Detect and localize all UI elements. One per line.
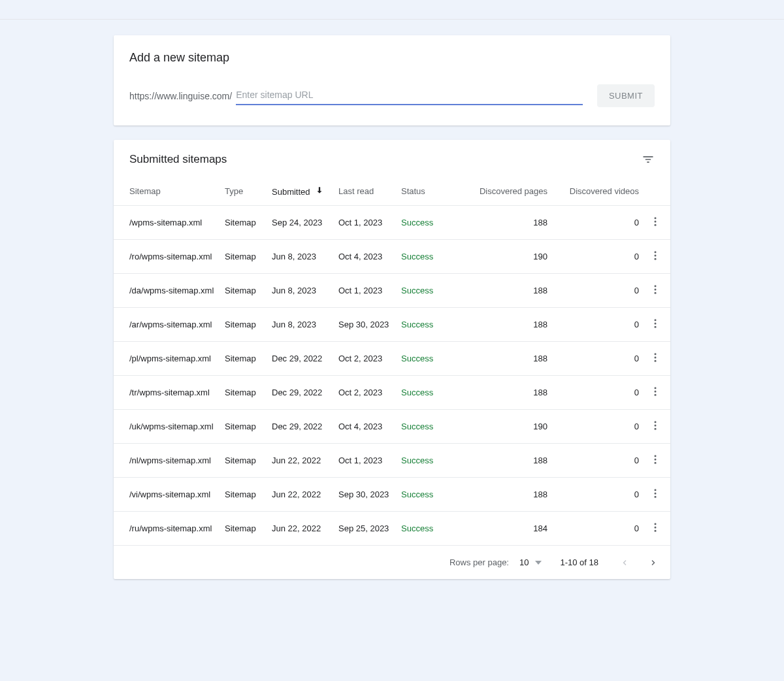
row-actions-button[interactable] <box>649 318 661 329</box>
cell-sitemap[interactable]: /wpms-sitemap.xml <box>114 205 220 239</box>
cell-sitemap[interactable]: /uk/wpms-sitemap.xml <box>114 409 220 443</box>
more-vert-icon <box>649 284 661 295</box>
more-vert-icon <box>649 352 661 363</box>
svg-point-20 <box>655 427 657 429</box>
svg-point-16 <box>655 390 657 392</box>
row-actions-button[interactable] <box>649 454 661 465</box>
sitemap-url-input[interactable] <box>236 87 583 105</box>
sort-arrow-down-icon <box>315 187 324 197</box>
col-header-status[interactable]: Status <box>396 178 461 205</box>
cell-pages: 188 <box>461 477 553 511</box>
status-badge: Success <box>401 422 433 431</box>
svg-point-0 <box>655 217 657 219</box>
table-row[interactable]: /pl/wpms-sitemap.xmlSitemapDec 29, 2022O… <box>114 341 670 375</box>
svg-point-9 <box>655 319 657 321</box>
svg-point-5 <box>655 257 657 259</box>
next-page-button[interactable] <box>645 559 661 567</box>
row-actions-button[interactable] <box>649 216 661 227</box>
row-actions-button[interactable] <box>649 522 661 533</box>
add-sitemap-card: Add a new sitemap https://www.linguise.c… <box>114 35 670 125</box>
svg-point-3 <box>655 251 657 253</box>
cell-submitted: Dec 29, 2022 <box>267 341 333 375</box>
cell-type: Sitemap <box>220 239 267 273</box>
cell-lastread: Oct 1, 2023 <box>333 205 396 239</box>
cell-sitemap[interactable]: /ru/wpms-sitemap.xml <box>114 511 220 545</box>
row-actions-button[interactable] <box>649 488 661 499</box>
row-actions-button[interactable] <box>649 352 661 363</box>
cell-videos: 0 <box>553 375 644 409</box>
dropdown-arrow-icon <box>535 561 542 565</box>
table-row[interactable]: /ro/wpms-sitemap.xmlSitemapJun 8, 2023Oc… <box>114 239 670 273</box>
cell-type: Sitemap <box>220 375 267 409</box>
svg-point-12 <box>655 353 657 355</box>
status-badge: Success <box>401 354 433 363</box>
table-row[interactable]: /da/wpms-sitemap.xmlSitemapJun 8, 2023Oc… <box>114 273 670 307</box>
cell-pages: 188 <box>461 273 553 307</box>
svg-point-18 <box>655 421 657 423</box>
cell-pages: 184 <box>461 511 553 545</box>
cell-submitted: Dec 29, 2022 <box>267 375 333 409</box>
table-row[interactable]: /nl/wpms-sitemap.xmlSitemapJun 22, 2022O… <box>114 443 670 477</box>
svg-point-22 <box>655 458 657 460</box>
svg-point-19 <box>655 424 657 426</box>
row-actions-button[interactable] <box>649 386 661 397</box>
cell-sitemap[interactable]: /ar/wpms-sitemap.xml <box>114 307 220 341</box>
col-header-type[interactable]: Type <box>220 178 267 205</box>
cell-sitemap[interactable]: /pl/wpms-sitemap.xml <box>114 341 220 375</box>
svg-point-4 <box>655 254 657 256</box>
cell-type: Sitemap <box>220 307 267 341</box>
svg-point-14 <box>655 359 657 361</box>
cell-lastread: Sep 25, 2023 <box>333 511 396 545</box>
status-badge: Success <box>401 320 433 329</box>
svg-point-29 <box>655 530 657 532</box>
table-row[interactable]: /uk/wpms-sitemap.xmlSitemapDec 29, 2022O… <box>114 409 670 443</box>
sitemap-url-prefix: https://www.linguise.com/ <box>129 91 232 101</box>
col-header-actions <box>644 178 670 205</box>
cell-pages: 188 <box>461 205 553 239</box>
table-row[interactable]: /ru/wpms-sitemap.xmlSitemapJun 22, 2022S… <box>114 511 670 545</box>
svg-point-6 <box>655 285 657 287</box>
cell-videos: 0 <box>553 477 644 511</box>
cell-submitted: Jun 8, 2023 <box>267 239 333 273</box>
col-header-pages[interactable]: Discovered pages <box>461 178 553 205</box>
filter-button[interactable] <box>642 153 655 166</box>
table-row[interactable]: /ar/wpms-sitemap.xmlSitemapJun 8, 2023Se… <box>114 307 670 341</box>
cell-videos: 0 <box>553 341 644 375</box>
table-row[interactable]: /wpms-sitemap.xmlSitemapSep 24, 2023Oct … <box>114 205 670 239</box>
svg-point-17 <box>655 393 657 395</box>
status-badge: Success <box>401 252 433 261</box>
row-actions-button[interactable] <box>649 420 661 431</box>
more-vert-icon <box>649 386 661 397</box>
cell-sitemap[interactable]: /ro/wpms-sitemap.xml <box>114 239 220 273</box>
col-header-videos[interactable]: Discovered videos <box>553 178 644 205</box>
cell-lastread: Oct 4, 2023 <box>333 409 396 443</box>
cell-videos: 0 <box>553 239 644 273</box>
prev-page-button[interactable] <box>617 559 632 567</box>
table-row[interactable]: /vi/wpms-sitemap.xmlSitemapJun 22, 2022S… <box>114 477 670 511</box>
cell-videos: 0 <box>553 511 644 545</box>
cell-sitemap[interactable]: /tr/wpms-sitemap.xml <box>114 375 220 409</box>
col-header-lastread[interactable]: Last read <box>333 178 396 205</box>
cell-submitted: Jun 22, 2022 <box>267 443 333 477</box>
row-actions-button[interactable] <box>649 250 661 261</box>
svg-point-21 <box>655 455 657 457</box>
cell-pages: 188 <box>461 443 553 477</box>
svg-point-13 <box>655 356 657 358</box>
svg-point-23 <box>655 461 657 463</box>
status-badge: Success <box>401 523 433 533</box>
cell-sitemap[interactable]: /vi/wpms-sitemap.xml <box>114 477 220 511</box>
svg-point-10 <box>655 322 657 324</box>
cell-sitemap[interactable]: /nl/wpms-sitemap.xml <box>114 443 220 477</box>
pagination-range: 1-10 of 18 <box>560 557 598 567</box>
table-row[interactable]: /tr/wpms-sitemap.xmlSitemapDec 29, 2022O… <box>114 375 670 409</box>
svg-point-11 <box>655 325 657 327</box>
cell-sitemap[interactable]: /da/wpms-sitemap.xml <box>114 273 220 307</box>
rows-per-page-select[interactable]: 10 <box>519 557 542 567</box>
more-vert-icon <box>649 488 661 499</box>
submit-button[interactable]: SUBMIT <box>597 84 655 107</box>
top-border <box>0 0 784 20</box>
cell-submitted: Jun 22, 2022 <box>267 511 333 545</box>
col-header-sitemap[interactable]: Sitemap <box>114 178 220 205</box>
col-header-submitted[interactable]: Submitted <box>267 178 333 205</box>
row-actions-button[interactable] <box>649 284 661 295</box>
